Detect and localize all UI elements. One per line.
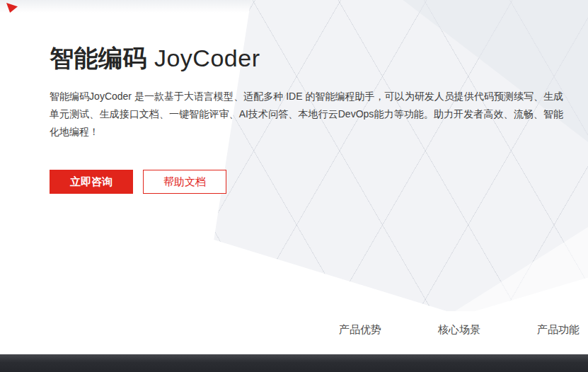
page-title-cn: 智能编码: [50, 45, 147, 71]
subnav-item-core-scenarios[interactable]: 核心场景: [438, 323, 480, 337]
product-description: 智能编码JoyCoder 是一款基于大语言模型、适配多种 IDE 的智能编程助手…: [50, 88, 563, 141]
red-corner-accent-icon: [6, 3, 18, 13]
anchor-subnav: 产品优势 核心场景 产品功能: [0, 311, 588, 354]
top-gradient: [0, 0, 588, 13]
page-title: 智能编码 JoyCoder: [50, 44, 260, 72]
subnav-item-product-advantages[interactable]: 产品优势: [339, 323, 381, 337]
page-title-en: JoyCoder: [147, 45, 260, 71]
help-docs-button[interactable]: 帮助文档: [143, 170, 226, 194]
consult-now-button[interactable]: 立即咨询: [50, 170, 133, 194]
cta-button-row: 立即咨询 帮助文档: [50, 170, 226, 194]
joycoder-landing-page: 智能编码 JoyCoder 智能编码JoyCoder 是一款基于大语言模型、适配…: [0, 0, 588, 372]
subnav-item-product-features[interactable]: 产品功能: [537, 323, 580, 337]
footer-dark-bar: [0, 354, 588, 372]
